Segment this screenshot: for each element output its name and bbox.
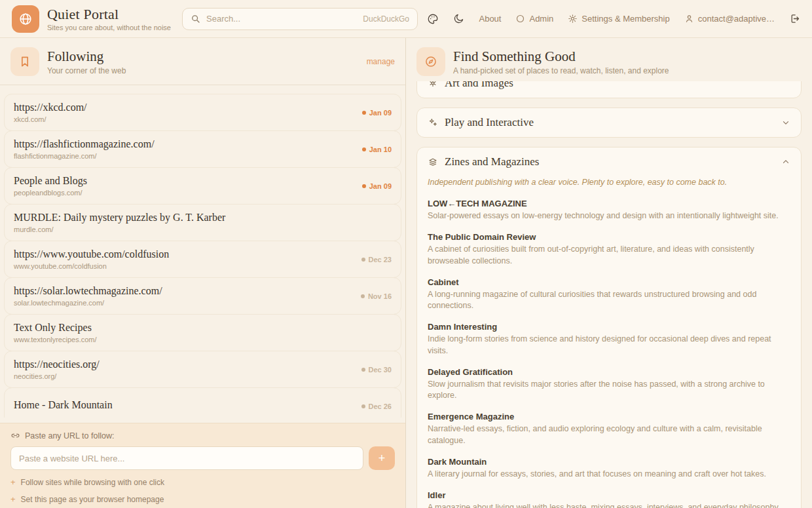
- logout-button[interactable]: [789, 13, 800, 24]
- last-updated: Jan 09: [362, 182, 392, 190]
- discover-scroll-area[interactable]: Art and Images Play and Interactive: [406, 81, 812, 508]
- site-title: Home - Dark Mountain: [14, 399, 113, 411]
- zine-entry[interactable]: Emergence Magazine Narrative-led essays,…: [428, 412, 790, 446]
- following-item[interactable]: https://xkcd.com/xkcd.com/ Jan 09: [4, 94, 401, 131]
- main-content: Following Your corner of the web manage …: [0, 38, 812, 508]
- tip-set-homepage[interactable]: + Set this page as your browser homepage: [10, 494, 395, 504]
- site-title: https://xkcd.com/: [14, 102, 87, 113]
- gear-icon: [568, 14, 578, 24]
- site-title: https://solar.lowtechmagazine.com/: [14, 285, 162, 297]
- following-header: Following Your corner of the web manage: [0, 38, 405, 85]
- zine-entry[interactable]: Cabinet A long-running magazine of cultu…: [428, 277, 790, 312]
- section-play-header[interactable]: Play and Interactive: [417, 108, 801, 137]
- site-url: solar.lowtechmagazine.com/: [14, 299, 162, 307]
- following-item[interactable]: MURDLE: Daily mystery puzzles by G. T. K…: [4, 204, 401, 241]
- quiet-portal-app: Quiet Portal Sites you care about, witho…: [0, 0, 812, 508]
- section-zines-header[interactable]: Zines and Magazines: [417, 147, 801, 176]
- section-art-header[interactable]: Art and Images: [417, 81, 801, 98]
- manage-link[interactable]: manage: [367, 57, 395, 66]
- entry-desc: Slow journalism that revisits major stor…: [428, 379, 781, 402]
- zine-entry[interactable]: Damn Interesting Indie long-form stories…: [428, 322, 790, 357]
- site-url: flashfictionmagazine.com/: [14, 152, 155, 160]
- section-play-and-interactive: Play and Interactive: [416, 107, 802, 138]
- discover-title: Find Something Good: [453, 49, 669, 65]
- site-url: peopleandblogs.com/: [14, 189, 87, 197]
- last-updated: Dec 26: [361, 402, 392, 410]
- app-subtitle: Sites you care about, without the noise: [47, 24, 171, 31]
- site-title: MURDLE: Daily mystery puzzles by G. T. K…: [14, 212, 225, 224]
- entry-desc: A literary journal for essays, stories, …: [428, 469, 781, 480]
- bookmark-icon: [10, 47, 39, 76]
- zine-entry[interactable]: Delayed Gratification Slow journalism th…: [428, 367, 790, 402]
- following-item[interactable]: https://www.youtube.com/coldfusionwww.yo…: [4, 241, 401, 278]
- nav-admin[interactable]: Admin: [515, 14, 553, 24]
- brand: Quiet Portal Sites you care about, witho…: [12, 5, 182, 33]
- status-dot: [361, 368, 365, 372]
- nav-about[interactable]: About: [479, 14, 501, 24]
- zine-entry[interactable]: Dark Mountain A literary journal for ess…: [428, 457, 790, 480]
- discover-panel: Find Something Good A hand-picked set of…: [406, 38, 812, 508]
- site-title: https://www.youtube.com/coldfusion: [14, 248, 169, 260]
- status-dot: [362, 111, 366, 115]
- discover-subtitle: A hand-picked set of places to read, wat…: [453, 66, 669, 75]
- app-title: Quiet Portal: [47, 6, 171, 23]
- following-list: https://xkcd.com/xkcd.com/ Jan 09 https:…: [0, 85, 405, 418]
- add-url-label: Paste any URL to follow:: [25, 431, 114, 440]
- following-item[interactable]: https://solar.lowtechmagazine.com/solar.…: [4, 277, 401, 315]
- add-url-button[interactable]: +: [369, 446, 395, 470]
- nav-account[interactable]: contact@adaptive…: [684, 14, 775, 24]
- site-title: https://flashfictionmagazine.com/: [14, 138, 155, 150]
- following-item[interactable]: https://neocities.org/neocities.org/ Dec…: [4, 351, 401, 388]
- section-tagline: Independent publishing with a clear voic…: [428, 178, 790, 187]
- section-art-and-images: Art and Images: [416, 81, 802, 98]
- entry-name: Damn Interesting: [428, 322, 790, 332]
- circle-icon: [515, 14, 525, 24]
- nav-settings[interactable]: Settings & Membership: [568, 14, 669, 24]
- site-title: People and Blogs: [14, 175, 87, 187]
- top-header: Quiet Portal Sites you care about, witho…: [0, 0, 812, 38]
- zine-entry[interactable]: LOW←TECH MAGAZINE Solar-powered essays o…: [428, 199, 790, 222]
- section-label: Art and Images: [445, 81, 513, 90]
- theme-palette-button[interactable]: [427, 13, 439, 25]
- entry-name: Idler: [428, 490, 790, 500]
- search-engine-label: DuckDuckGo: [363, 14, 409, 24]
- following-item[interactable]: Home - Dark Mountain Dec 26: [4, 387, 401, 418]
- section-label: Play and Interactive: [445, 116, 534, 129]
- status-dot: [361, 404, 365, 408]
- plus-icon: +: [10, 494, 16, 504]
- entry-desc: Narrative-led essays, fiction, and audio…: [428, 423, 781, 446]
- top-nav: About Admin Settings & Membership contac…: [427, 13, 800, 25]
- status-dot: [361, 258, 365, 262]
- last-updated: Dec 23: [361, 256, 392, 264]
- following-item[interactable]: https://flashfictionmagazine.com/flashfi…: [4, 130, 401, 168]
- add-url-label-row: Paste any URL to follow:: [10, 431, 395, 440]
- site-url: www.youtube.com/coldfusion: [14, 262, 169, 270]
- following-title: Following: [47, 49, 126, 65]
- tip-follow-sites[interactable]: + Follow sites while browsing with one c…: [10, 477, 395, 487]
- entry-name: Dark Mountain: [428, 457, 790, 467]
- last-updated: Dec 30: [361, 366, 392, 374]
- entry-name: The Public Domain Review: [428, 232, 790, 242]
- search-input[interactable]: [206, 14, 358, 24]
- entry-name: Delayed Gratification: [428, 367, 790, 377]
- dark-mode-toggle[interactable]: [453, 13, 464, 24]
- zine-entry[interactable]: Idler A magazine about living well with …: [428, 490, 790, 508]
- chevron-down-icon: [781, 118, 790, 127]
- zines-section-body: Independent publishing with a clear voic…: [417, 178, 801, 508]
- site-url: murdle.com/: [14, 225, 225, 233]
- entry-desc: A cabinet of curiosities built from out-…: [428, 244, 781, 267]
- last-updated: Jan 09: [362, 109, 392, 117]
- app-logo: [12, 5, 39, 33]
- following-item[interactable]: People and Blogspeopleandblogs.com/ Jan …: [4, 167, 401, 205]
- search-box[interactable]: DuckDuckGo: [182, 8, 418, 30]
- status-dot: [361, 294, 365, 298]
- site-url: neocities.org/: [14, 372, 100, 380]
- following-item[interactable]: Text Only Recipeswww.textonlyrecipes.com…: [4, 314, 401, 351]
- last-updated: Nov 16: [361, 292, 392, 300]
- entry-name: Emergence Magazine: [428, 412, 790, 421]
- entry-name: Cabinet: [428, 277, 790, 287]
- sparkles-icon: [428, 117, 438, 128]
- entry-desc: Indie long-form stories from science and…: [428, 334, 781, 357]
- zine-entry[interactable]: The Public Domain Review A cabinet of cu…: [428, 232, 790, 267]
- url-input[interactable]: [10, 446, 363, 470]
